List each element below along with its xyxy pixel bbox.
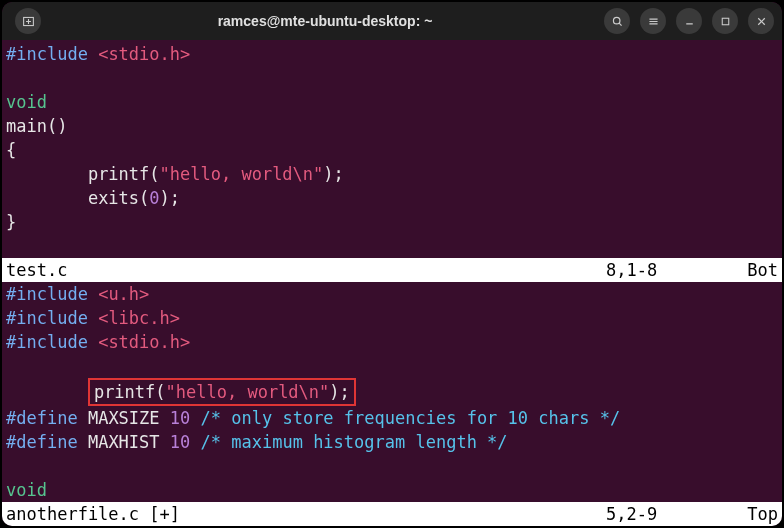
code-line: void [2, 478, 782, 502]
status-position: 5,2-9 [606, 502, 657, 526]
code-line [2, 66, 782, 90]
code-line [2, 454, 782, 478]
menu-button[interactable] [640, 8, 666, 34]
maximize-button[interactable] [712, 8, 738, 34]
svg-line-4 [619, 23, 621, 25]
code-line: { [2, 138, 782, 162]
terminal-window: ramces@mte-ubuntu-desktop: ~ #include <s… [2, 2, 782, 526]
code-line: } [2, 210, 782, 234]
highlight-box: printf("hello, world\n"); [88, 378, 356, 406]
vim-editor[interactable]: #include <stdio.h> void main() { printf(… [2, 40, 782, 526]
code-line: #include <u.h> [2, 282, 782, 306]
code-line [2, 354, 782, 378]
status-filename: test.c [6, 258, 67, 282]
code-line: #define MAXSIZE 10 /* only store frequen… [2, 406, 782, 430]
code-line: #include <stdio.h> [2, 42, 782, 66]
code-line [2, 234, 782, 258]
minimize-button[interactable] [676, 8, 702, 34]
status-scroll: Bot [747, 258, 778, 282]
status-position: 8,1-8 [606, 258, 657, 282]
code-line: #include <stdio.h> [2, 330, 782, 354]
search-button[interactable] [604, 8, 630, 34]
status-filename: anotherfile.c [+] [6, 502, 180, 526]
code-line: #include <libc.h> [2, 306, 782, 330]
code-line: #define MAXHIST 10 /* maximum histogram … [2, 430, 782, 454]
new-tab-button[interactable] [15, 8, 41, 34]
window-title: ramces@mte-ubuntu-desktop: ~ [46, 13, 604, 29]
code-line: exits(0); [2, 186, 782, 210]
svg-rect-9 [722, 18, 729, 25]
code-line: void [2, 90, 782, 114]
code-line: main() [2, 114, 782, 138]
status-bar-pane2: anotherfile.c [+] 5,2-9 Top [2, 502, 782, 526]
code-line-highlighted: printf("hello, world\n"); [2, 378, 782, 406]
titlebar: ramces@mte-ubuntu-desktop: ~ [2, 2, 782, 40]
status-bar-pane1: test.c 8,1-8 Bot [2, 258, 782, 282]
status-scroll: Top [747, 502, 778, 526]
close-button[interactable] [748, 8, 774, 34]
code-line: printf("hello, world\n"); [2, 162, 782, 186]
svg-point-3 [613, 17, 620, 24]
